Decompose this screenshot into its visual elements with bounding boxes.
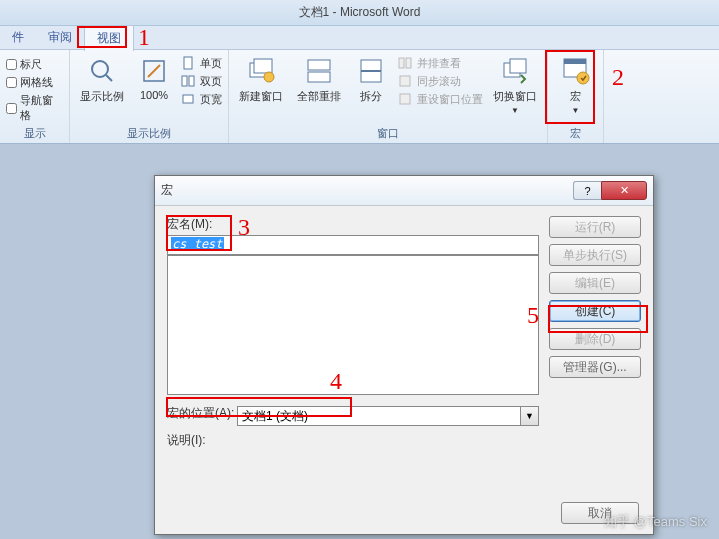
- group-window-label: 窗口: [235, 124, 541, 143]
- group-window: 新建窗口 全部重排 拆分 并排查看 同步滚动 重设窗口位置 切换窗口 ▼ 窗口: [229, 50, 548, 143]
- hundred-icon: [138, 55, 170, 87]
- resetpos-icon: [397, 91, 413, 107]
- btn-split[interactable]: 拆分: [351, 53, 391, 106]
- group-zoom: 显示比例 100% 单页 双页 页宽 显示比例: [70, 50, 229, 143]
- btn-resetpos: 重设窗口位置: [397, 91, 483, 107]
- dropdown-icon: ▼: [511, 106, 519, 115]
- svg-rect-18: [400, 94, 410, 104]
- svg-rect-16: [406, 58, 411, 68]
- btn-twopages[interactable]: 双页: [180, 73, 222, 89]
- description-label: 说明(I):: [167, 432, 539, 449]
- tab-view[interactable]: 视图: [84, 25, 134, 51]
- combo-dropdown-button[interactable]: ▼: [521, 406, 539, 426]
- svg-rect-17: [400, 76, 410, 86]
- app-titlebar: 文档1 - Microsoft Word: [0, 0, 719, 26]
- create-button[interactable]: 创建(C): [549, 300, 641, 322]
- macro-listbox[interactable]: [167, 255, 539, 395]
- svg-rect-7: [183, 95, 193, 103]
- group-show: 标尺 网格线 导航窗格 显示: [0, 50, 70, 143]
- svg-rect-12: [308, 72, 330, 82]
- split-icon: [355, 55, 387, 87]
- svg-line-3: [148, 65, 160, 77]
- svg-rect-15: [399, 58, 404, 68]
- pagewidth-icon: [180, 91, 196, 107]
- arrange-icon: [303, 55, 335, 87]
- group-macros: 宏 ▼ 宏: [548, 50, 604, 143]
- svg-line-1: [106, 75, 112, 81]
- btn-arrangeall[interactable]: 全部重排: [293, 53, 345, 106]
- macro-name-label: 宏名(M):: [167, 216, 539, 233]
- svg-rect-22: [564, 59, 586, 64]
- ribbon-tabs: 件 审阅 视图: [0, 26, 719, 50]
- sidebyside-icon: [397, 55, 413, 71]
- syncscroll-icon: [397, 73, 413, 89]
- svg-rect-20: [510, 59, 526, 73]
- dialog-close-button[interactable]: ✕: [601, 181, 647, 200]
- chk-gridlines[interactable]: 网格线: [6, 75, 63, 90]
- dropdown-icon: ▼: [572, 106, 580, 115]
- edit-button[interactable]: 编辑(E): [549, 272, 641, 294]
- dialog-titlebar[interactable]: 宏 ? ✕: [155, 176, 653, 206]
- delete-button[interactable]: 删除(D): [549, 328, 641, 350]
- svg-rect-11: [308, 60, 330, 70]
- dialog-help-button[interactable]: ?: [573, 181, 601, 200]
- macros-dialog: 宏 ? ✕ 宏名(M): cs_test 宏的位置(A): 文档1 (文档) ▼…: [154, 175, 654, 535]
- onepage-icon: [180, 55, 196, 71]
- btn-macros[interactable]: 宏 ▼: [556, 53, 596, 117]
- btn-switchwindow[interactable]: 切换窗口 ▼: [489, 53, 541, 117]
- btn-onepage[interactable]: 单页: [180, 55, 222, 71]
- chk-ruler[interactable]: 标尺: [6, 57, 63, 72]
- dialog-title: 宏: [161, 182, 573, 199]
- btn-100[interactable]: 100%: [134, 53, 174, 103]
- btn-syncscroll: 同步滚动: [397, 73, 483, 89]
- svg-point-10: [264, 72, 274, 82]
- macros-in-combo[interactable]: 文档1 (文档): [237, 406, 521, 426]
- svg-rect-6: [189, 76, 194, 86]
- zoom-icon: [86, 55, 118, 87]
- app-title: 文档1 - Microsoft Word: [299, 4, 421, 21]
- svg-rect-9: [254, 59, 272, 73]
- btn-newwindow[interactable]: 新建窗口: [235, 53, 287, 106]
- newwindow-icon: [245, 55, 277, 87]
- group-show-label: 显示: [6, 124, 63, 143]
- watermark: 知乎 @Teams Six: [604, 513, 707, 531]
- svg-rect-5: [182, 76, 187, 86]
- twopages-icon: [180, 73, 196, 89]
- chk-navpane[interactable]: 导航窗格: [6, 93, 63, 123]
- svg-rect-4: [184, 57, 192, 69]
- btn-sidebyside: 并排查看: [397, 55, 483, 71]
- run-button[interactable]: 运行(R): [549, 216, 641, 238]
- organizer-button[interactable]: 管理器(G)...: [549, 356, 641, 378]
- group-zoom-label: 显示比例: [76, 124, 222, 143]
- ribbon: 标尺 网格线 导航窗格 显示 显示比例 100% 单页 双页 页宽 显示比例: [0, 50, 719, 144]
- macros-icon: [560, 55, 592, 87]
- btn-pagewidth[interactable]: 页宽: [180, 91, 222, 107]
- group-macros-label: 宏: [554, 124, 597, 143]
- btn-zoom[interactable]: 显示比例: [76, 53, 128, 106]
- svg-point-23: [577, 72, 589, 84]
- switch-icon: [499, 55, 531, 87]
- macro-name-input[interactable]: cs_test: [167, 235, 539, 255]
- step-button[interactable]: 单步执行(S): [549, 244, 641, 266]
- tab-review[interactable]: 审阅: [36, 25, 84, 50]
- tab-file[interactable]: 件: [0, 25, 36, 50]
- svg-point-0: [92, 61, 108, 77]
